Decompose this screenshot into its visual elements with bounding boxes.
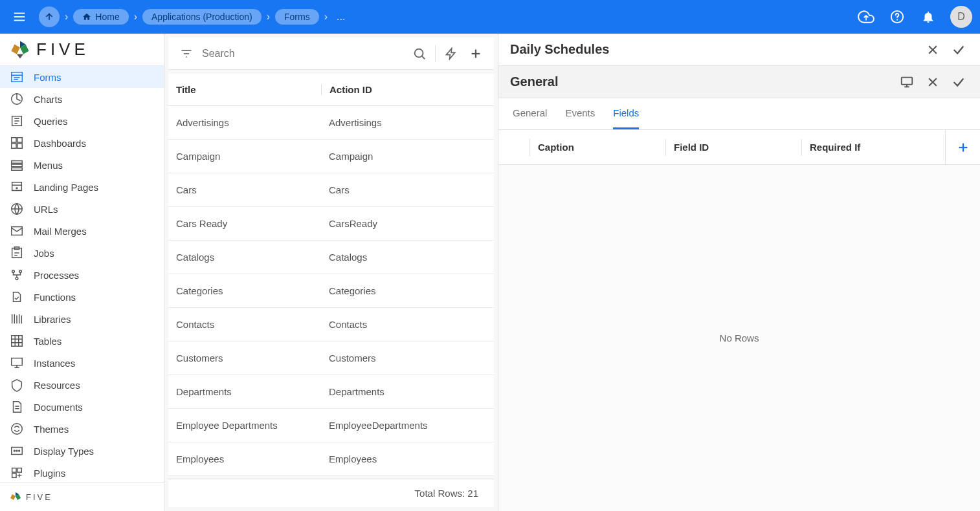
column-field-id[interactable]: Field ID xyxy=(665,139,801,156)
screen-preview-button[interactable] xyxy=(897,72,917,92)
sidebar-item-label: Display Types xyxy=(34,446,94,457)
sidebar-item-landing-pages[interactable]: Landing Pages xyxy=(0,176,164,198)
list-footer: Total Rows: 21 xyxy=(168,479,494,507)
divider xyxy=(435,45,436,62)
add-button[interactable] xyxy=(467,45,485,63)
sidebar-item-label: Jobs xyxy=(34,248,54,259)
confirm-detail-button[interactable] xyxy=(949,40,968,60)
breadcrumb-applications[interactable]: Applications (Production) xyxy=(142,9,262,25)
table-row[interactable]: CategoriesCategories xyxy=(168,274,494,308)
close-section-button[interactable] xyxy=(923,72,942,92)
column-caption[interactable]: Caption xyxy=(529,139,665,156)
sidebar-item-themes[interactable]: Themes xyxy=(0,418,164,440)
sidebar-item-forms[interactable]: Forms xyxy=(0,66,164,88)
breadcrumb-up[interactable] xyxy=(39,6,60,27)
sidebar-icon xyxy=(9,201,25,217)
table-row[interactable]: AdvertisingsAdvertisings xyxy=(168,106,494,140)
plus-icon xyxy=(469,47,483,61)
logo-icon xyxy=(9,39,31,61)
sidebar-icon xyxy=(9,135,25,151)
search-input[interactable] xyxy=(202,48,404,60)
add-field-button[interactable] xyxy=(945,130,980,164)
section-header: General xyxy=(498,66,980,98)
row-action-id: Categories xyxy=(321,285,494,296)
search-button[interactable] xyxy=(410,45,429,63)
sidebar-item-label: Plugins xyxy=(34,468,65,479)
table-row[interactable]: EmployeesEmployees xyxy=(168,442,494,476)
sidebar-item-label: Libraries xyxy=(34,314,71,325)
table-row[interactable]: CarsCars xyxy=(168,173,494,207)
footer-brand: FIVE xyxy=(26,492,52,502)
sidebar-item-processes[interactable]: Processes xyxy=(0,264,164,286)
row-action-id: Departments xyxy=(321,386,494,397)
sidebar-item-urls[interactable]: URLs xyxy=(0,198,164,220)
svg-rect-17 xyxy=(12,144,16,148)
svg-point-45 xyxy=(16,450,17,451)
tab-general[interactable]: General xyxy=(513,98,547,129)
table-row[interactable]: Cars ReadyCarsReady xyxy=(168,207,494,241)
column-action-id[interactable]: Action ID xyxy=(321,84,494,95)
breadcrumb-home[interactable]: Home xyxy=(73,9,128,25)
tab-events[interactable]: Events xyxy=(565,98,595,129)
cloud-icon xyxy=(858,8,874,25)
sidebar-item-resources[interactable]: Resources xyxy=(0,374,164,396)
svg-rect-37 xyxy=(12,358,23,365)
confirm-section-button[interactable] xyxy=(949,72,968,92)
sidebar-icon xyxy=(9,113,25,129)
filter-icon xyxy=(180,47,193,60)
sidebar-item-documents[interactable]: Documents xyxy=(0,396,164,418)
column-title[interactable]: Title xyxy=(168,84,321,95)
table-row[interactable]: DepartmentsDepartments xyxy=(168,375,494,409)
column-required-if[interactable]: Required If xyxy=(801,139,945,156)
sidebar-item-display-types[interactable]: Display Types xyxy=(0,440,164,462)
help-icon xyxy=(890,10,904,24)
sidebar-item-queries[interactable]: Queries xyxy=(0,110,164,132)
sidebar-item-label: Instances xyxy=(34,358,75,369)
row-title: Cars Ready xyxy=(168,218,321,229)
sidebar-item-jobs[interactable]: Jobs xyxy=(0,242,164,264)
menu-toggle[interactable] xyxy=(8,5,31,28)
bolt-icon xyxy=(445,47,458,60)
filter-button[interactable] xyxy=(177,45,195,63)
cloud-sync-button[interactable] xyxy=(857,8,875,26)
sidebar-item-label: Documents xyxy=(34,402,83,413)
sidebar-item-instances[interactable]: Instances xyxy=(0,352,164,374)
sidebar-icon xyxy=(9,377,25,393)
sidebar-item-menus[interactable]: Menus xyxy=(0,154,164,176)
table-row[interactable]: Employee DepartmentsEmployeeDepartments xyxy=(168,409,494,442)
quick-action-button[interactable] xyxy=(442,45,460,63)
sidebar-item-charts[interactable]: Charts xyxy=(0,88,164,110)
breadcrumb-more[interactable]: ... xyxy=(333,11,345,23)
row-action-id: Employees xyxy=(321,453,494,464)
table-row[interactable]: CampaignCampaign xyxy=(168,140,494,173)
svg-rect-48 xyxy=(17,468,21,472)
sidebar-icon xyxy=(9,311,25,327)
table-row[interactable]: ContactsContacts xyxy=(168,308,494,342)
row-title: Employee Departments xyxy=(168,420,321,431)
sidebar-item-label: Processes xyxy=(34,270,79,281)
svg-rect-49 xyxy=(12,473,16,477)
sidebar-item-tables[interactable]: Tables xyxy=(0,330,164,352)
chevron-right-icon: › xyxy=(133,11,139,23)
table-row[interactable]: CustomersCustomers xyxy=(168,342,494,375)
help-button[interactable] xyxy=(888,8,906,26)
row-action-id: Catalogs xyxy=(321,252,494,263)
sidebar-item-libraries[interactable]: Libraries xyxy=(0,308,164,330)
row-title: Contacts xyxy=(168,319,321,330)
notifications-button[interactable] xyxy=(919,8,937,26)
svg-rect-24 xyxy=(12,227,23,235)
close-detail-button[interactable] xyxy=(923,40,942,60)
tab-fields[interactable]: Fields xyxy=(613,98,639,129)
sidebar-item-functions[interactable]: Functions xyxy=(0,286,164,308)
empty-text: No Rows xyxy=(720,332,759,343)
table-row[interactable]: CatalogsCatalogs xyxy=(168,241,494,274)
sidebar-item-plugins[interactable]: Plugins xyxy=(0,462,164,483)
breadcrumb-forms[interactable]: Forms xyxy=(275,9,319,25)
sidebar-item-label: URLs xyxy=(34,204,58,215)
sidebar-item-label: Resources xyxy=(34,380,80,391)
sidebar-item-dashboards[interactable]: Dashboards xyxy=(0,132,164,154)
avatar[interactable]: D xyxy=(950,6,972,28)
sidebar-item-mail-merges[interactable]: Mail Merges xyxy=(0,220,164,242)
sidebar-icon xyxy=(9,443,25,459)
monitor-icon xyxy=(900,75,914,89)
